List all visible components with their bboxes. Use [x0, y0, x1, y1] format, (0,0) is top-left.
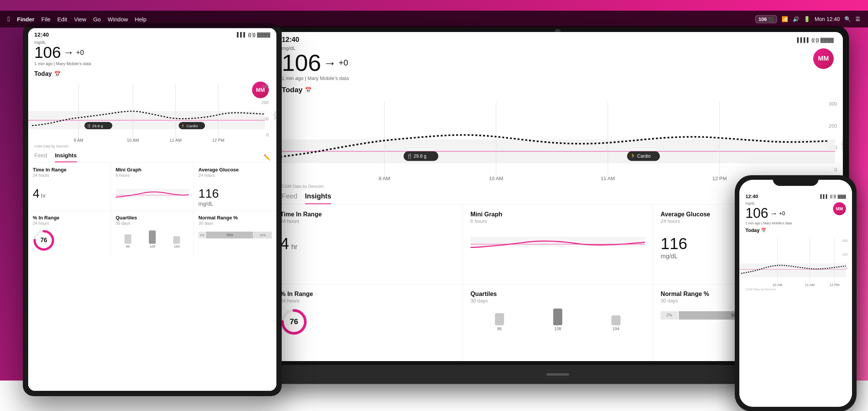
- menubar-right: 106 ⬛ 📶 🔊 🔋 Mon 12:40 🔍 ☰: [755, 15, 861, 23]
- insight-t4-c: % In Range: [280, 291, 455, 297]
- insight-s5-c: 30 days: [471, 298, 645, 304]
- mini-graph-c: [471, 228, 645, 254]
- status-icons-phone: ▌▌▌ ((·)) ▓▓▓: [820, 194, 846, 198]
- tab-feed-c[interactable]: Feed: [282, 192, 297, 204]
- glucose-meta-left: 1 min ago | Mary Mobile's data: [34, 61, 270, 66]
- insight-pct-c[interactable]: % In Range 24 hours 76: [273, 285, 463, 361]
- svg-text:200: 200: [842, 253, 848, 256]
- dexcom-app-left: 12:40 ▌▌▌ ((·)) ▓▓▓▓ mg/dL 106 → +0 MM: [28, 28, 276, 391]
- today-label-c: Today: [282, 86, 303, 94]
- menubar-go[interactable]: Go: [93, 16, 101, 22]
- menubar-time: Mon 12:40: [815, 16, 840, 22]
- insight-sub-4-left: 24 hours: [33, 221, 106, 225]
- iphone-screen: 12:40 ▌▌▌ ((·)) ▓▓▓ mg/dL 106 → +0 MM 1 …: [739, 180, 852, 407]
- svg-text:🏃 Cardio: 🏃 Cardio: [180, 123, 198, 128]
- insight-sub-1-left: 24 hours: [33, 173, 106, 178]
- cal-phone[interactable]: 📅: [761, 228, 766, 233]
- garr-phone: →: [770, 209, 777, 218]
- tabs-row-left: Feed Insights ✏️: [28, 149, 276, 163]
- glucose-row-phone: 106 → +0 MM: [745, 205, 846, 221]
- unit-phone: mg/dL: [745, 202, 846, 205]
- svg-text:10 AM: 10 AM: [489, 175, 503, 181]
- menubar-menu-icon[interactable]: ☰: [855, 16, 860, 22]
- insight-sub-5-left: 30 days: [116, 221, 189, 225]
- insight-sub-3-left: 24 hours: [198, 173, 272, 178]
- graph-center[interactable]: 300 200 100 0 mg/dL: [273, 96, 843, 183]
- svg-text:11 AM: 11 AM: [805, 283, 814, 287]
- glucose-avatar-row: mg/dL 106 → +0 1 min ago | Mary Mobile's…: [273, 45, 843, 84]
- circle-gauge-c: 76: [280, 308, 308, 336]
- insight-mini-graph-c[interactable]: Mini Graph 6 hours: [463, 205, 653, 284]
- time-phone: 12:40: [745, 194, 758, 199]
- insight-normal-range-left[interactable]: Normal Range % 30 days 2% 76% 22%: [194, 211, 276, 257]
- bat-phone: ▓▓▓: [838, 194, 846, 198]
- svg-text:10 AM: 10 AM: [772, 283, 782, 287]
- insight-s2-c: 6 hours: [471, 218, 645, 224]
- svg-text:mg/dL: mg/dL: [273, 111, 276, 120]
- calendar-icon-left[interactable]: 📅: [54, 71, 61, 77]
- insight-pct-range-left[interactable]: % In Range 24 hours 76: [28, 211, 111, 257]
- avatar-center[interactable]: MM: [813, 48, 834, 69]
- insight-avg-glucose-left[interactable]: Average Glucose 24 hours 116 mg/dL: [194, 163, 276, 211]
- svg-text:300: 300: [829, 101, 837, 107]
- menubar-left:  Finder File Edit View Go Window Help: [8, 15, 147, 23]
- svg-text:0: 0: [266, 133, 268, 137]
- insight-val-1-left: 4: [33, 187, 40, 201]
- insight-q-c[interactable]: Quartiles 30 days 86 108 19: [463, 285, 653, 361]
- svg-text:76: 76: [40, 237, 47, 243]
- insight-time-in-range-left[interactable]: Time In Range 24 hours 4 hr: [28, 163, 111, 211]
- edit-icon-left[interactable]: ✏️: [264, 154, 270, 160]
- mini-graph-svg-left: [116, 181, 189, 203]
- insight-quartiles-left[interactable]: Quartiles 30 days 86 108 19: [111, 211, 194, 257]
- menubar-search-icon[interactable]: 🔍: [844, 16, 851, 22]
- glucose-section-left: mg/dL 106 → +0 MM 1 min ago | Mary Mobil…: [28, 39, 276, 69]
- menubar-battery-icon: 🔋: [804, 16, 810, 22]
- insight-u1-c: hr: [291, 243, 297, 251]
- insight-title-3-left: Average Glucose: [198, 167, 272, 173]
- circle-gauge-left: 76: [33, 229, 55, 251]
- avatar-phone[interactable]: MM: [833, 202, 846, 215]
- glucose-reading-left: 106 → +0 MM: [34, 45, 270, 61]
- insight-title-4-left: % In Range: [33, 215, 106, 221]
- insight-mini-graph-left[interactable]: Mini Graph 6 hours: [111, 163, 194, 211]
- apple-logo-icon[interactable]: : [8, 15, 10, 23]
- svg-text:200: 200: [829, 123, 837, 128]
- glucose-phone: mg/dL 106 → +0 MM 1 min ago | Mary Mobil…: [739, 201, 852, 227]
- tabs-left-c: Feed Insights: [282, 192, 331, 204]
- glucose-delta-left: +0: [76, 49, 84, 57]
- menubar-window[interactable]: Window: [108, 16, 128, 22]
- svg-text:🍴 29.8 g: 🍴 29.8 g: [86, 123, 103, 128]
- svg-text:300: 300: [262, 84, 269, 89]
- svg-text:10 AM: 10 AM: [127, 138, 139, 143]
- tabs-left: Feed Insights: [34, 152, 77, 162]
- menubar-view[interactable]: View: [74, 16, 86, 22]
- tab-feed-left[interactable]: Feed: [34, 152, 47, 162]
- status-bar-center: 12:40 ▌▌▌▌ ((·)) ▓▓▓▓: [273, 32, 843, 45]
- svg-text:12 PM: 12 PM: [830, 283, 839, 287]
- svg-text:300: 300: [842, 239, 848, 243]
- menubar-file[interactable]: File: [41, 16, 50, 22]
- glucose-meta-c: 1 min ago | Mary Mobile's data: [282, 75, 349, 81]
- menubar-finder[interactable]: Finder: [17, 16, 35, 22]
- signal-icon-c: ▌▌▌▌: [797, 37, 810, 43]
- svg-text:8 AM: 8 AM: [379, 175, 390, 181]
- insight-v3-c: 116: [661, 235, 687, 253]
- menubar-help[interactable]: Help: [135, 16, 147, 22]
- tab-insights-left[interactable]: Insights: [55, 152, 77, 162]
- glucose-status-capsule: 106 ⬛: [755, 15, 777, 23]
- calendar-icon-c[interactable]: 📅: [305, 87, 311, 93]
- insight-t1-c: Time In Range: [280, 211, 455, 218]
- insight-t2-c: Mini Graph: [471, 211, 645, 218]
- glucose-arrow-left: →: [63, 46, 74, 59]
- graph-phone[interactable]: 300 200 100 10 AM 11 AM 12 PM: [739, 234, 852, 287]
- insight-time-range-c[interactable]: Time In Range 24 hours 4 hr: [273, 205, 463, 284]
- glucose-arrow-c: →: [323, 56, 336, 70]
- mac-notch: [546, 373, 569, 376]
- insight-sub-6-left: 30 days: [198, 221, 272, 225]
- wifi-icon-c: ((·)): [812, 37, 819, 43]
- graph-left[interactable]: 300 200 100 0 mg/dL: [28, 79, 276, 144]
- gval-phone: 106: [745, 205, 768, 221]
- tab-insights-c[interactable]: Insights: [305, 192, 331, 204]
- battery-icon: ▓▓▓▓: [257, 32, 270, 37]
- menubar-edit[interactable]: Edit: [57, 16, 67, 22]
